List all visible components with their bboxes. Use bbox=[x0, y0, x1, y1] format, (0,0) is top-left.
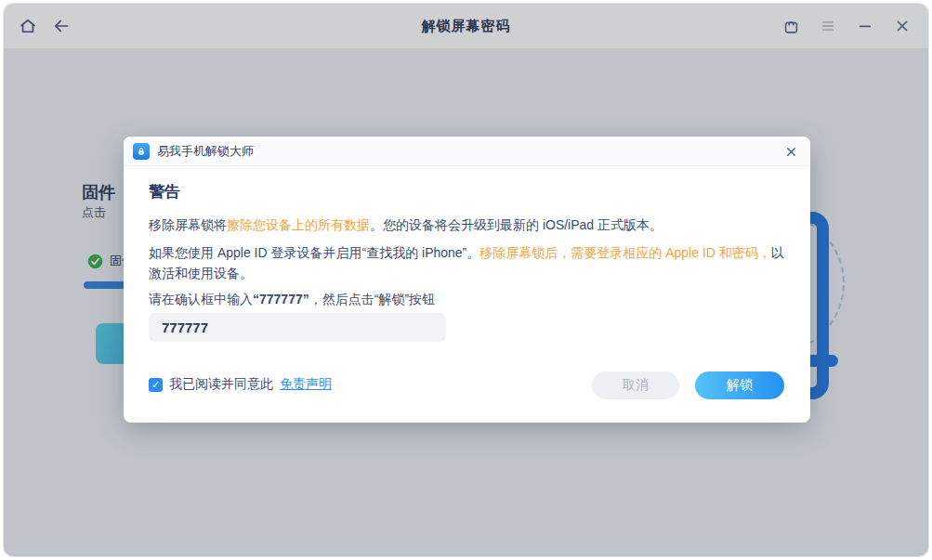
unlock-button[interactable]: 解锁 bbox=[695, 371, 784, 399]
p3-suffix: ，然后点击“解锁”按钮 bbox=[309, 292, 435, 306]
agree-label: 我已阅读并同意此 bbox=[169, 376, 273, 393]
p3-prefix: 请在确认框中输入 bbox=[149, 292, 253, 306]
dialog-app-title: 易我手机解锁大师 bbox=[157, 143, 254, 160]
disclaimer-link[interactable]: 免责声明 bbox=[280, 376, 332, 393]
app-lock-icon bbox=[133, 143, 150, 160]
warning-dialog: 易我手机解锁大师 警告 移除屏幕锁将擦除您设备上的所有数据。您的设备将会升级到最… bbox=[124, 137, 810, 423]
app-window: 解锁屏幕密码 bbox=[4, 4, 928, 556]
p2-normal-text: 如果您使用 Apple ID 登录设备并启用“查找我的 iPhone”。 bbox=[149, 245, 479, 260]
p1-highlight-text: 擦除您设备上的所有数据 bbox=[227, 217, 370, 232]
dialog-close-icon[interactable] bbox=[781, 141, 801, 162]
warning-paragraph-1: 移除屏幕锁将擦除您设备上的所有数据。您的设备将会升级到最新的 iOS/iPad … bbox=[149, 215, 792, 235]
p1-normal-text2: 。您的设备将会升级到最新的 iOS/iPad 正式版本。 bbox=[370, 217, 663, 232]
agree-checkbox[interactable]: ✓ bbox=[149, 378, 163, 392]
warning-paragraph-2: 如果您使用 Apple ID 登录设备并启用“查找我的 iPhone”。移除屏幕… bbox=[149, 242, 792, 283]
dialog-title: 警告 bbox=[149, 181, 180, 202]
confirm-code-input[interactable] bbox=[149, 313, 446, 342]
confirm-instruction: 请在确认框中输入“777777”，然后点击“解锁”按钮 bbox=[149, 289, 792, 309]
cancel-button[interactable]: 取消 bbox=[592, 371, 679, 399]
agree-row: ✓ 我已阅读并同意此免责声明 bbox=[149, 376, 332, 393]
p1-normal-text: 移除屏幕锁将 bbox=[149, 217, 227, 232]
p2-highlight-text: 移除屏幕锁后，需要登录相应的 Apple ID 和密码， bbox=[479, 245, 770, 260]
p3-code: “777777” bbox=[253, 292, 309, 306]
dialog-header: 易我手机解锁大师 bbox=[124, 137, 810, 166]
dialog-footer: ✓ 我已阅读并同意此免责声明 取消 解锁 bbox=[149, 371, 784, 399]
